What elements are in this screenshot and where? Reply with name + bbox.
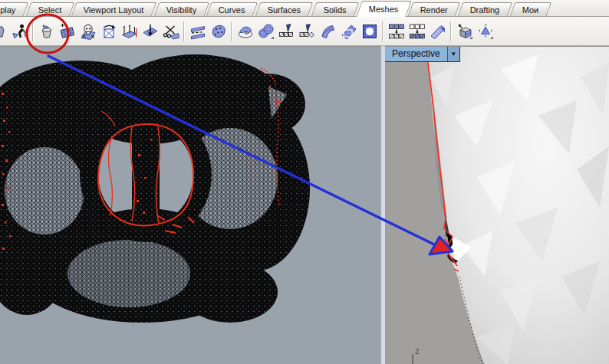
tab-display[interactable]: splay [0, 2, 28, 16]
viewport-title-bar[interactable]: Perspective ▼ [385, 47, 460, 62]
tab-curves[interactable]: Curves [206, 2, 258, 16]
unweld-pin-diamond-icon[interactable] [297, 20, 318, 43]
toolbar-separator [32, 21, 34, 41]
mesh-box-outline-icon[interactable] [338, 20, 359, 43]
tab-visibility[interactable]: Visibility [154, 2, 209, 16]
extract-cube-faces-icon[interactable] [454, 20, 475, 43]
bucket-triangle-icon[interactable] [36, 20, 57, 43]
split-faces-icon[interactable] [407, 20, 427, 43]
tilted-mesh-plus-icon[interactable] [57, 20, 77, 43]
meshes-toolbar [0, 17, 609, 46]
tab-solids[interactable]: Solids [311, 2, 359, 16]
tab-surfaces[interactable]: Surfaces [255, 2, 314, 16]
toolbar-separator [382, 21, 384, 41]
viewport-area: Perspective ▼ z [0, 46, 609, 364]
tab-drafting[interactable]: Drafting [458, 2, 512, 16]
digging-person-icon[interactable] [9, 20, 30, 43]
scissors-mesh-icon[interactable] [160, 20, 181, 43]
toolbar-separator [183, 21, 185, 41]
mesh-window-icon[interactable] [359, 20, 380, 43]
axis-indicator: z [410, 347, 426, 364]
z-axis-line [412, 354, 413, 364]
tab-render[interactable]: Render [408, 2, 461, 16]
stacked-meshes-dashed-icon[interactable] [187, 20, 208, 43]
box-swap-arrow-icon[interactable] [98, 20, 119, 43]
wireframe-viewport[interactable] [0, 46, 381, 364]
wireframe-mesh-canvas [0, 47, 381, 364]
viewport-dropdown-button[interactable]: ▼ [447, 47, 459, 61]
dotted-grid-panel-icon[interactable] [427, 20, 448, 43]
triangle-normals-icon[interactable] [475, 20, 495, 43]
perspective-viewport[interactable]: Perspective ▼ z [385, 46, 609, 364]
skull-mesh-icon[interactable] [77, 20, 98, 43]
tab-moi[interactable]: Мои [510, 2, 551, 16]
weld-pin-icon[interactable] [276, 20, 297, 43]
tab-meshes[interactable]: Meshes [356, 1, 411, 17]
curved-mesh-strip-icon[interactable] [318, 20, 338, 43]
mesh-corner-posts-icon[interactable] [119, 20, 140, 43]
toolbar-tab-strip: splay Select Viewport Layout Visibility … [0, 0, 609, 17]
clipped-tool-icon[interactable] [0, 20, 9, 43]
mesh-disc-icon[interactable] [235, 20, 255, 43]
mesh-down-arrow-icon[interactable] [140, 20, 160, 43]
z-axis-label: z [415, 346, 420, 356]
toolbar-separator [450, 21, 452, 41]
collapse-faces-icon[interactable] [386, 20, 407, 43]
viewport-title[interactable]: Perspective [385, 47, 447, 61]
chevron-down-icon: ▼ [450, 51, 456, 57]
shaded-mesh-canvas [385, 47, 609, 364]
toolbar-separator [231, 21, 232, 41]
speckled-mesh-icon[interactable] [208, 20, 229, 43]
rhino-window: splay Select Viewport Layout Visibility … [0, 0, 609, 364]
tab-viewport-layout[interactable]: Viewport Layout [71, 2, 156, 16]
tab-select[interactable]: Select [25, 2, 74, 16]
mesh-spheres-icon[interactable] [255, 20, 276, 43]
